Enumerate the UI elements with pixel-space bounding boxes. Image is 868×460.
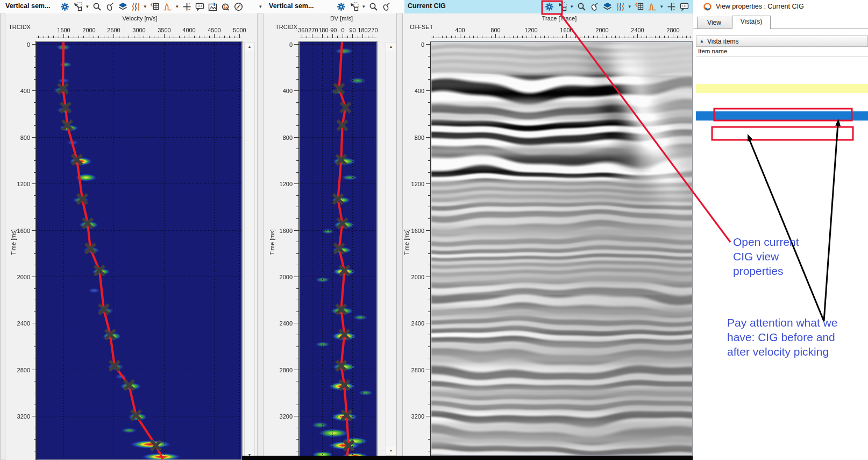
- y-axis-title-time-3: Time [ms]: [403, 223, 411, 261]
- panel-header-semblance-dv: ▾ Vertical sem... ▾ »: [257, 0, 396, 13]
- y-axis-title-time-1: Time [ms]: [10, 223, 18, 261]
- cig-titlebar: Current CIG ▾▾▾: [404, 0, 693, 13]
- gear-icon[interactable]: [60, 2, 69, 11]
- vertical-scrollbar-panel2[interactable]: ▲ ▼: [386, 42, 396, 456]
- tablewave-icon[interactable]: [635, 2, 644, 11]
- wiggle-icon[interactable]: [616, 2, 625, 11]
- panel-title: Vertical sem...: [5, 2, 50, 10]
- semblance-velocity-plot[interactable]: [0, 13, 257, 460]
- dropdown-caret-icon[interactable]: ▾: [86, 2, 89, 11]
- y-axis-title-time-2: Time [ms]: [269, 223, 276, 261]
- note-open-cig-view-properties: Open currentCIG viewproperties: [733, 235, 799, 278]
- x-axis-title-trace: Trace [Trace]: [524, 15, 594, 22]
- gear-icon[interactable]: [545, 2, 554, 11]
- panel-header-current-cig: Current CIG ▾▾▾: [396, 0, 693, 13]
- dropdown-caret-icon[interactable]: ▾: [362, 2, 365, 11]
- vista-seismic-workspace: Vertical sem... ▾▾▾ ▾ Vertical sem... ▾ …: [0, 0, 868, 460]
- section-label: Vista items: [707, 38, 738, 45]
- toolbar-current-cig: ▾▾▾: [545, 2, 689, 11]
- select-icon[interactable]: [350, 2, 359, 11]
- corner-label-trcidx: TRCIDX: [9, 24, 31, 30]
- image-icon[interactable]: [208, 2, 217, 11]
- panel-title: Current CIG: [408, 2, 446, 10]
- vista-items-section-header[interactable]: ▲ Vista items: [696, 36, 868, 47]
- toolbar-semblance-velocity: ▾▾▾: [60, 2, 243, 11]
- zoom-icon[interactable]: [577, 2, 586, 11]
- toolbar-semblance-dv: ▾: [337, 2, 391, 11]
- tab-label: View: [707, 19, 721, 26]
- qc-icon[interactable]: [221, 2, 230, 11]
- dropdown-caret-icon[interactable]: ▾: [629, 2, 631, 11]
- tree-item-selected-angle-gramma[interactable]: Selected angle gramma: [696, 139, 868, 148]
- corner-label-trcidx-2: TRCIDX: [275, 24, 297, 30]
- tree-item-angle-curves[interactable]: Angle curves: [696, 102, 868, 111]
- panel-header-semblance-velocity: Vertical sem... ▾▾▾: [0, 0, 257, 13]
- x-axis-title-dv: DV [m/s]: [317, 15, 366, 22]
- tab-vistas[interactable]: Vista(s): [732, 16, 771, 29]
- gear-icon[interactable]: [337, 2, 346, 11]
- tree-item-muting-function[interactable]: Muting function: [696, 93, 868, 102]
- wiggle-icon[interactable]: [131, 2, 140, 11]
- tab-view[interactable]: View: [697, 17, 731, 29]
- corner-label-offset: OFFSET: [410, 24, 433, 30]
- scroll-up-button[interactable]: ▲: [245, 43, 254, 51]
- zoom-icon[interactable]: [93, 2, 102, 11]
- zoom-icon[interactable]: [369, 2, 378, 11]
- panel-menu-caret-icon[interactable]: ▾: [259, 2, 262, 11]
- crosshair-icon[interactable]: [182, 2, 191, 11]
- dropdown-caret-icon[interactable]: ▾: [144, 2, 147, 11]
- comment-icon[interactable]: [680, 2, 689, 11]
- select-icon[interactable]: [558, 2, 567, 11]
- cig-seismic-plot[interactable]: [396, 13, 693, 460]
- vertical-scrollbar-panel1[interactable]: ▲ ▼: [244, 42, 255, 460]
- window-bottom-edge: [242, 456, 693, 460]
- tab-label: Vista(s): [741, 18, 762, 25]
- mouse-icon[interactable]: [382, 2, 391, 11]
- note-pay-attention-cig: Pay attention what wehave: CIG before an…: [727, 315, 837, 359]
- dropdown-caret-icon[interactable]: ▾: [571, 2, 573, 11]
- tree-item-selected-cig-original[interactable]: Selected CIG original: [696, 111, 868, 121]
- comment-icon[interactable]: [195, 2, 204, 11]
- dropdown-caret-icon[interactable]: ▾: [660, 2, 663, 11]
- scroll-up-button[interactable]: ▲: [386, 43, 396, 51]
- curve-icon[interactable]: [648, 2, 657, 11]
- dropdown-caret-icon[interactable]: ▾: [176, 2, 179, 11]
- panel-title: Vertical sem...: [269, 2, 314, 10]
- crosshair-icon[interactable]: [667, 2, 676, 11]
- tree-item-vista-items[interactable]: Vista Items: [696, 56, 868, 66]
- mouse-icon[interactable]: [590, 2, 599, 11]
- tab-content-border: [693, 29, 868, 29]
- tree-item-expected-cig[interactable]: Expected CIG: [696, 130, 868, 139]
- layers-icon[interactable]: [118, 2, 127, 11]
- select-icon[interactable]: [73, 2, 82, 11]
- tree-item-selected-delete-area[interactable]: Selected delete area: [696, 75, 868, 84]
- tree-item-muting-points[interactable]: Muting points: [696, 84, 868, 93]
- curve-icon[interactable]: [163, 2, 172, 11]
- x-axis-title-velocity: Velocity [m/s]: [97, 15, 183, 22]
- semblance-dv-plot[interactable]: [257, 13, 396, 460]
- section-collapse-icon: ▲: [700, 39, 704, 44]
- tree-item-layer-1[interactable]: Layer #1: [696, 66, 868, 75]
- compass-icon[interactable]: [234, 2, 243, 11]
- item-name-column-header[interactable]: Item name: [696, 47, 868, 56]
- properties-window-title: View properties : Current CIG: [716, 3, 804, 10]
- tablewave-icon[interactable]: [150, 2, 159, 11]
- app-logo-icon: [703, 2, 712, 11]
- layers-icon[interactable]: [603, 2, 612, 11]
- scroll-down-button[interactable]: ▼: [386, 447, 396, 455]
- mouse-icon[interactable]: [105, 2, 115, 11]
- tree-item-selected-cig-muted[interactable]: Selected CIG muted: [696, 121, 868, 130]
- column-label: Item name: [698, 48, 727, 54]
